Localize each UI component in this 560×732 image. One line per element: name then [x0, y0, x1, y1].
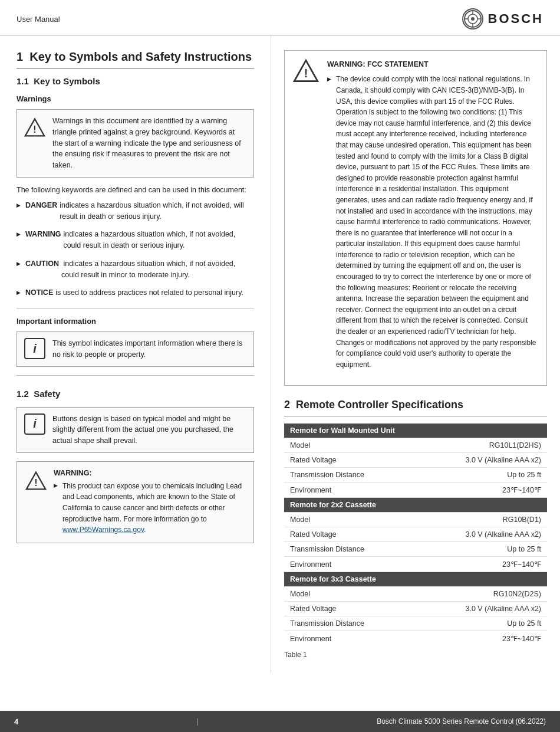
2x2-env-value: 23℉~140℉ [403, 557, 547, 572]
wall-transmission-value: Up to 25 ft [403, 468, 547, 482]
keyword-caution-word: CAUTION [25, 258, 59, 270]
california-warning-triangle-icon: ! [25, 470, 47, 495]
2x2-transmission-label: Transmission Distance [284, 542, 403, 557]
svg-point-2 [471, 17, 475, 21]
3x3-env-label: Environment [284, 631, 403, 646]
wall-transmission-label: Transmission Distance [284, 468, 403, 482]
2x2-voltage-label: Rated Voltage [284, 527, 403, 542]
california-warning-content: WARNING: This product can expose you to … [54, 469, 245, 536]
2x2-model-value: RG10B(D1) [403, 513, 547, 527]
section1-header: 1 Key to Symbols and Safety Instructions [17, 50, 254, 69]
user-manual-label: User Manual [17, 15, 60, 24]
keyword-danger: DANGER indicates a hazardous situation w… [17, 200, 254, 222]
3x3-transmission-value: Up to 25 ft [403, 616, 547, 631]
keyword-notice: NOTICE is used to address practices not … [17, 287, 254, 298]
footer-page-number: 4 [14, 717, 18, 726]
3x3-voltage-label: Rated Voltage [284, 602, 403, 616]
3x3-env-value: 23℉~140℉ [403, 631, 547, 646]
keyword-notice-def: is used to address practices not related… [55, 287, 243, 298]
table-row: Model RG10N2(D2S) [284, 587, 547, 602]
svg-text:!: ! [304, 67, 308, 80]
remote-specs-table: Remote for Wall Mounted Unit Model RG10L… [284, 424, 547, 646]
important-info-heading: Important information [17, 317, 254, 326]
fcc-right-content: WARNING: FCC STATEMENT The device could … [327, 59, 538, 372]
section-2: 2 Remote Controller Specifications Remot… [284, 399, 547, 659]
bosch-brand-name: BOSCH [488, 11, 543, 27]
table-row: Rated Voltage 3.0 V (Alkaline AAA x2) [284, 527, 547, 542]
table-row: Transmission Distance Up to 25 ft [284, 616, 547, 631]
2x2-voltage-value: 3.0 V (Alkaline AAA x2) [403, 527, 547, 542]
svg-text:!: ! [34, 477, 37, 488]
keyword-danger-def: indicates a hazardous situation which, i… [60, 200, 254, 222]
fcc-warning-triangle-icon: ! [293, 59, 319, 86]
keywords-list: DANGER indicates a hazardous situation w… [17, 200, 254, 298]
table-row: Environment 23℉~140℉ [284, 631, 547, 646]
safety-info-text: Buttons design is based on typical model… [52, 413, 246, 447]
wall-env-label: Environment [284, 482, 403, 498]
safety-info-icon: i [24, 413, 45, 435]
fcc-content-bullet: The device could comply with the local n… [327, 74, 538, 370]
group-3x3-header: Remote for 3x3 Cassette [284, 572, 547, 587]
california-warning-title: WARNING: [54, 469, 245, 477]
table-caption: Table 1 [284, 651, 547, 659]
california-warning-text: This product can expose you to chemicals… [62, 481, 245, 536]
3x3-transmission-label: Transmission Distance [284, 616, 403, 631]
section2-divider [284, 416, 547, 416]
california-warning-header: ! WARNING: This product can expose you t… [25, 469, 245, 536]
subsection-1-1-title: 1.1 Key to Symbols [17, 76, 254, 86]
wall-env-value: 23℉~140℉ [403, 482, 547, 498]
wall-model-value: RG10L1(D2HS) [403, 438, 547, 453]
subsection-1-2-title: 1.2 Safety [17, 389, 254, 399]
warning-triangle-icon: ! [24, 117, 45, 142]
warning-box-text: Warnings in this document are identified… [52, 116, 246, 171]
keyword-warning: WARNING indicates a hazardous situation … [17, 229, 254, 251]
wall-voltage-value: 3.0 V (Alkaline AAA x2) [403, 453, 547, 468]
left-column: 1 Key to Symbols and Safety Instructions… [0, 36, 271, 673]
section12-divider-top [17, 375, 254, 376]
right-column: ! WARNING: FCC STATEMENT The device coul… [271, 36, 560, 673]
table-row: Model RG10L1(D2HS) [284, 438, 547, 453]
fcc-title: WARNING: FCC STATEMENT [327, 59, 538, 70]
3x3-model-value: RG10N2(D2S) [403, 587, 547, 602]
wall-voltage-label: Rated Voltage [284, 453, 403, 468]
group-2x2-header-row: Remote for 2x2 Cassette [284, 498, 547, 513]
section-1-2: 1.2 Safety i Buttons design is based on … [17, 389, 254, 543]
main-content: 1 Key to Symbols and Safety Instructions… [0, 36, 560, 720]
page-footer: 4 | Bosch Climate 5000 Series Remote Con… [0, 711, 560, 732]
2x2-model-label: Model [284, 513, 403, 527]
keyword-warning-word: WARNING [25, 229, 61, 240]
fcc-content-text: The device could comply with the local n… [336, 74, 538, 370]
info-symbol-box: i This symbol indicates important inform… [17, 331, 254, 367]
keywords-intro: The following keywords are defined and c… [17, 186, 254, 194]
california-warning-box: ! WARNING: This product can expose you t… [17, 461, 254, 543]
p65-link[interactable]: www.P65Warnings.ca.gov [62, 526, 144, 534]
important-info-text: This symbol indicates important informat… [52, 338, 246, 360]
table-row: Rated Voltage 3.0 V (Alkaline AAA x2) [284, 602, 547, 616]
table-row: Environment 23℉~140℉ [284, 557, 547, 572]
group-2x2-header: Remote for 2x2 Cassette [284, 498, 547, 513]
section1-divider [17, 68, 254, 69]
2x2-transmission-value: Up to 25 ft [403, 542, 547, 557]
keyword-notice-word: NOTICE [25, 287, 53, 298]
bosch-logo-icon [462, 8, 483, 29]
table-row: Transmission Distance Up to 25 ft [284, 468, 547, 482]
keyword-warning-def: indicates a hazardous situation which, i… [63, 229, 254, 251]
fcc-header: ! WARNING: FCC STATEMENT The device coul… [293, 59, 538, 372]
table-row: Rated Voltage 3.0 V (Alkaline AAA x2) [284, 453, 547, 468]
section1-title: 1 Key to Symbols and Safety Instructions [17, 50, 254, 64]
keyword-danger-word: DANGER [25, 200, 57, 211]
safety-info-box: i Buttons design is based on typical mod… [17, 407, 254, 453]
warning-symbol-box: ! Warnings in this document are identifi… [17, 109, 254, 178]
section2-title: 2 Remote Controller Specifications [284, 399, 547, 411]
warnings-heading: Warnings [17, 94, 254, 103]
group-3x3-header-row: Remote for 3x3 Cassette [284, 572, 547, 587]
wall-model-label: Model [284, 438, 403, 453]
table-row: Model RG10B(D1) [284, 513, 547, 527]
svg-text:!: ! [33, 124, 36, 134]
footer-description: Bosch Climate 5000 Series Remote Control… [377, 717, 546, 726]
table-row: Transmission Distance Up to 25 ft [284, 542, 547, 557]
group-wall-header-row: Remote for Wall Mounted Unit [284, 424, 547, 438]
2x2-env-label: Environment [284, 557, 403, 572]
fcc-statement-box: ! WARNING: FCC STATEMENT The device coul… [284, 50, 547, 386]
keyword-caution: CAUTION indicates a hazardous situation … [17, 258, 254, 281]
